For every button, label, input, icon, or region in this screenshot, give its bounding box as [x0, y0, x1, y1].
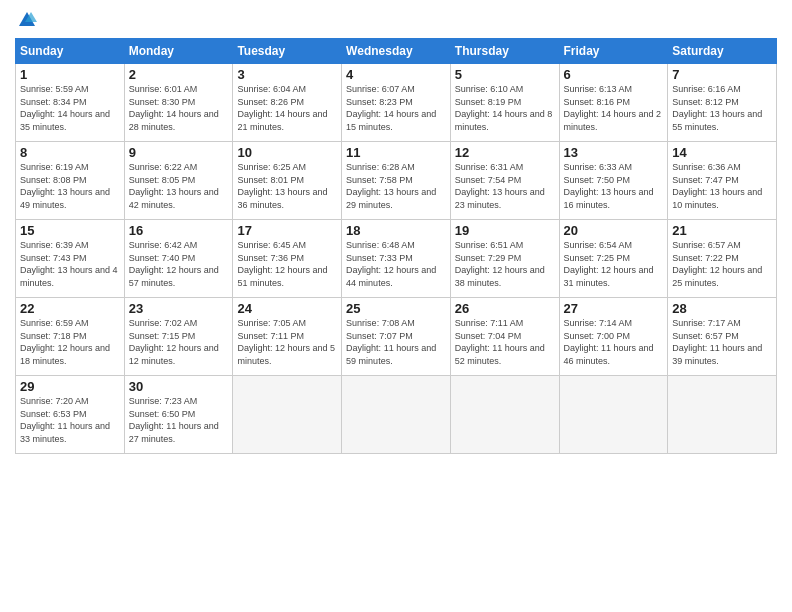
- day-info: Sunrise: 6:57 AMSunset: 7:22 PMDaylight:…: [672, 240, 762, 288]
- calendar-week-row: 22Sunrise: 6:59 AMSunset: 7:18 PMDayligh…: [16, 298, 777, 376]
- day-info: Sunrise: 7:05 AMSunset: 7:11 PMDaylight:…: [237, 318, 335, 366]
- day-number: 9: [129, 145, 229, 160]
- calendar-cell: 21Sunrise: 6:57 AMSunset: 7:22 PMDayligh…: [668, 220, 777, 298]
- day-number: 23: [129, 301, 229, 316]
- calendar-header-saturday: Saturday: [668, 39, 777, 64]
- day-number: 5: [455, 67, 555, 82]
- calendar-cell: 13Sunrise: 6:33 AMSunset: 7:50 PMDayligh…: [559, 142, 668, 220]
- calendar-week-row: 8Sunrise: 6:19 AMSunset: 8:08 PMDaylight…: [16, 142, 777, 220]
- calendar-cell: 10Sunrise: 6:25 AMSunset: 8:01 PMDayligh…: [233, 142, 342, 220]
- day-number: 30: [129, 379, 229, 394]
- day-number: 27: [564, 301, 664, 316]
- calendar-cell: [559, 376, 668, 454]
- logo: [15, 10, 37, 30]
- day-number: 21: [672, 223, 772, 238]
- day-number: 26: [455, 301, 555, 316]
- calendar-cell: 16Sunrise: 6:42 AMSunset: 7:40 PMDayligh…: [124, 220, 233, 298]
- day-number: 4: [346, 67, 446, 82]
- calendar-header-wednesday: Wednesday: [342, 39, 451, 64]
- day-number: 6: [564, 67, 664, 82]
- day-number: 17: [237, 223, 337, 238]
- day-number: 22: [20, 301, 120, 316]
- calendar-header-sunday: Sunday: [16, 39, 125, 64]
- calendar-cell: 20Sunrise: 6:54 AMSunset: 7:25 PMDayligh…: [559, 220, 668, 298]
- header: [15, 10, 777, 30]
- calendar-cell: 2Sunrise: 6:01 AMSunset: 8:30 PMDaylight…: [124, 64, 233, 142]
- day-info: Sunrise: 6:10 AMSunset: 8:19 PMDaylight:…: [455, 84, 553, 132]
- calendar-cell: 14Sunrise: 6:36 AMSunset: 7:47 PMDayligh…: [668, 142, 777, 220]
- calendar-header-friday: Friday: [559, 39, 668, 64]
- day-number: 24: [237, 301, 337, 316]
- day-info: Sunrise: 6:59 AMSunset: 7:18 PMDaylight:…: [20, 318, 110, 366]
- calendar-table: SundayMondayTuesdayWednesdayThursdayFrid…: [15, 38, 777, 454]
- calendar-header-tuesday: Tuesday: [233, 39, 342, 64]
- day-number: 13: [564, 145, 664, 160]
- day-info: Sunrise: 6:04 AMSunset: 8:26 PMDaylight:…: [237, 84, 327, 132]
- day-info: Sunrise: 6:45 AMSunset: 7:36 PMDaylight:…: [237, 240, 327, 288]
- calendar-cell: 19Sunrise: 6:51 AMSunset: 7:29 PMDayligh…: [450, 220, 559, 298]
- day-info: Sunrise: 5:59 AMSunset: 8:34 PMDaylight:…: [20, 84, 110, 132]
- day-info: Sunrise: 6:39 AMSunset: 7:43 PMDaylight:…: [20, 240, 118, 288]
- day-number: 25: [346, 301, 446, 316]
- calendar-cell: 17Sunrise: 6:45 AMSunset: 7:36 PMDayligh…: [233, 220, 342, 298]
- calendar-header-row: SundayMondayTuesdayWednesdayThursdayFrid…: [16, 39, 777, 64]
- calendar-cell: 8Sunrise: 6:19 AMSunset: 8:08 PMDaylight…: [16, 142, 125, 220]
- calendar-cell: 26Sunrise: 7:11 AMSunset: 7:04 PMDayligh…: [450, 298, 559, 376]
- calendar-header-thursday: Thursday: [450, 39, 559, 64]
- calendar-cell: 30Sunrise: 7:23 AMSunset: 6:50 PMDayligh…: [124, 376, 233, 454]
- day-number: 28: [672, 301, 772, 316]
- day-info: Sunrise: 6:16 AMSunset: 8:12 PMDaylight:…: [672, 84, 762, 132]
- calendar-week-row: 15Sunrise: 6:39 AMSunset: 7:43 PMDayligh…: [16, 220, 777, 298]
- day-info: Sunrise: 6:07 AMSunset: 8:23 PMDaylight:…: [346, 84, 436, 132]
- calendar-cell: 24Sunrise: 7:05 AMSunset: 7:11 PMDayligh…: [233, 298, 342, 376]
- day-info: Sunrise: 6:19 AMSunset: 8:08 PMDaylight:…: [20, 162, 110, 210]
- calendar-cell: 15Sunrise: 6:39 AMSunset: 7:43 PMDayligh…: [16, 220, 125, 298]
- day-number: 10: [237, 145, 337, 160]
- day-number: 16: [129, 223, 229, 238]
- day-number: 14: [672, 145, 772, 160]
- calendar-week-row: 1Sunrise: 5:59 AMSunset: 8:34 PMDaylight…: [16, 64, 777, 142]
- calendar-cell: [342, 376, 451, 454]
- day-number: 20: [564, 223, 664, 238]
- calendar-cell: 1Sunrise: 5:59 AMSunset: 8:34 PMDaylight…: [16, 64, 125, 142]
- day-number: 3: [237, 67, 337, 82]
- calendar-cell: 3Sunrise: 6:04 AMSunset: 8:26 PMDaylight…: [233, 64, 342, 142]
- day-info: Sunrise: 6:54 AMSunset: 7:25 PMDaylight:…: [564, 240, 654, 288]
- calendar-header-monday: Monday: [124, 39, 233, 64]
- day-info: Sunrise: 7:14 AMSunset: 7:00 PMDaylight:…: [564, 318, 654, 366]
- page: SundayMondayTuesdayWednesdayThursdayFrid…: [0, 0, 792, 612]
- calendar-cell: [668, 376, 777, 454]
- day-number: 19: [455, 223, 555, 238]
- day-info: Sunrise: 6:25 AMSunset: 8:01 PMDaylight:…: [237, 162, 327, 210]
- day-info: Sunrise: 7:17 AMSunset: 6:57 PMDaylight:…: [672, 318, 762, 366]
- day-info: Sunrise: 6:31 AMSunset: 7:54 PMDaylight:…: [455, 162, 545, 210]
- day-number: 11: [346, 145, 446, 160]
- calendar-cell: 9Sunrise: 6:22 AMSunset: 8:05 PMDaylight…: [124, 142, 233, 220]
- calendar-cell: 12Sunrise: 6:31 AMSunset: 7:54 PMDayligh…: [450, 142, 559, 220]
- calendar-cell: 28Sunrise: 7:17 AMSunset: 6:57 PMDayligh…: [668, 298, 777, 376]
- day-number: 2: [129, 67, 229, 82]
- calendar-cell: 7Sunrise: 6:16 AMSunset: 8:12 PMDaylight…: [668, 64, 777, 142]
- calendar-cell: [233, 376, 342, 454]
- calendar-cell: 18Sunrise: 6:48 AMSunset: 7:33 PMDayligh…: [342, 220, 451, 298]
- day-info: Sunrise: 6:36 AMSunset: 7:47 PMDaylight:…: [672, 162, 762, 210]
- day-number: 1: [20, 67, 120, 82]
- logo-icon: [17, 10, 37, 30]
- day-number: 12: [455, 145, 555, 160]
- day-info: Sunrise: 6:33 AMSunset: 7:50 PMDaylight:…: [564, 162, 654, 210]
- day-info: Sunrise: 6:28 AMSunset: 7:58 PMDaylight:…: [346, 162, 436, 210]
- day-info: Sunrise: 7:02 AMSunset: 7:15 PMDaylight:…: [129, 318, 219, 366]
- day-number: 18: [346, 223, 446, 238]
- day-info: Sunrise: 7:20 AMSunset: 6:53 PMDaylight:…: [20, 396, 110, 444]
- day-info: Sunrise: 6:42 AMSunset: 7:40 PMDaylight:…: [129, 240, 219, 288]
- day-number: 29: [20, 379, 120, 394]
- calendar-cell: 29Sunrise: 7:20 AMSunset: 6:53 PMDayligh…: [16, 376, 125, 454]
- day-info: Sunrise: 7:08 AMSunset: 7:07 PMDaylight:…: [346, 318, 436, 366]
- day-info: Sunrise: 7:11 AMSunset: 7:04 PMDaylight:…: [455, 318, 545, 366]
- calendar-cell: 5Sunrise: 6:10 AMSunset: 8:19 PMDaylight…: [450, 64, 559, 142]
- day-info: Sunrise: 7:23 AMSunset: 6:50 PMDaylight:…: [129, 396, 219, 444]
- calendar-cell: 27Sunrise: 7:14 AMSunset: 7:00 PMDayligh…: [559, 298, 668, 376]
- calendar-cell: 11Sunrise: 6:28 AMSunset: 7:58 PMDayligh…: [342, 142, 451, 220]
- day-number: 8: [20, 145, 120, 160]
- calendar-cell: 25Sunrise: 7:08 AMSunset: 7:07 PMDayligh…: [342, 298, 451, 376]
